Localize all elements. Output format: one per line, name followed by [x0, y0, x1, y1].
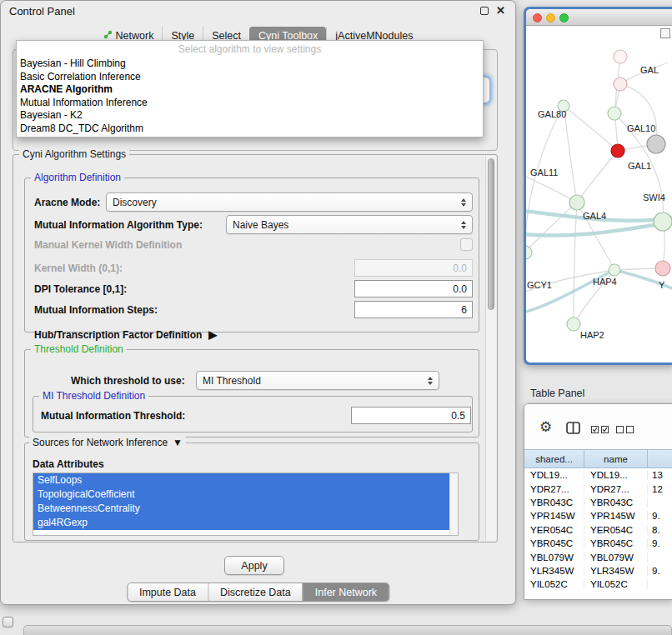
network-node[interactable] [654, 212, 672, 231]
kernel-width-field: 0.0 [354, 259, 473, 277]
cell: YER054C [524, 525, 584, 535]
node-label: GAL1 [628, 161, 651, 171]
tab-impute-data[interactable]: Impute Data [128, 583, 208, 601]
column-header[interactable]: name [584, 450, 648, 468]
cell: 8. [648, 525, 672, 535]
menu-item[interactable]: Mutual Information Inference [17, 97, 483, 110]
table-panel-window: ⚙ shared... name YDL19... YDL19... 13 [524, 403, 672, 600]
list-item[interactable]: TopologicalCoefficient [33, 488, 449, 502]
data-attributes-list: SelfLoops TopologicalCoefficient Between… [33, 472, 459, 536]
node-label: GAL [640, 65, 659, 75]
list-scrollbar[interactable] [449, 473, 458, 535]
cell: YBL079W [584, 552, 648, 562]
network-node[interactable] [655, 261, 670, 276]
menu-item[interactable]: Dream8 DC_TDC Algorithm [17, 122, 483, 136]
columns-icon[interactable] [566, 422, 580, 437]
table-row[interactable]: YIL052C YIL052C [524, 578, 672, 591]
group-title: MI Threshold Definition [39, 390, 148, 402]
table-row[interactable]: YBR043C YBR043C [524, 496, 672, 509]
tab-infer-network[interactable]: Infer Network [303, 583, 389, 601]
cell: YER054C [584, 525, 648, 535]
table-row[interactable]: YDL19... YDL19... 13 [524, 468, 672, 482]
bottom-tabbar: Impute Data Discretize Data Infer Networ… [127, 582, 389, 602]
sources-title-label: Sources for Network Inference [33, 437, 168, 448]
list-item[interactable]: SelfLoops [33, 473, 449, 488]
combobox-value: MI Threshold [203, 375, 261, 387]
table-row[interactable]: YER054C YER054C 8. [524, 523, 672, 537]
network-graph[interactable]: GAL GAL80 GAL10 GAL11 GAL1 SWI4 GAL4 GCY… [526, 26, 672, 362]
cell: YDL19... [584, 470, 648, 480]
network-node[interactable] [569, 195, 584, 210]
tab-discretize-data[interactable]: Discretize Data [208, 583, 303, 601]
collapsed-window-icon[interactable] [3, 617, 13, 628]
dpi-tolerance-field[interactable]: 0.0 [354, 280, 473, 298]
which-threshold-combobox[interactable]: MI Threshold [196, 371, 439, 390]
apply-button[interactable]: Apply [224, 556, 284, 575]
network-node-selected[interactable] [611, 144, 624, 158]
network-node[interactable] [647, 135, 665, 153]
network-node[interactable] [608, 107, 621, 120]
cell: YDR27... [524, 484, 584, 494]
combobox-arrows-icon [456, 198, 466, 207]
cell: 9. [648, 538, 672, 548]
cell: YDL19... [524, 470, 584, 480]
table-row[interactable]: YDR27... YDR27... 12 [524, 482, 672, 495]
cell: 13 [648, 470, 672, 480]
control-panel-window: Control Panel ✕ Network Style Select Cyn… [0, 0, 516, 605]
list-item[interactable]: BetweennessCentrality [33, 502, 449, 516]
cell: YBR045C [584, 538, 648, 548]
close-traffic-icon[interactable] [533, 13, 542, 22]
zoom-traffic-icon[interactable] [559, 13, 569, 22]
column-header[interactable] [648, 450, 672, 468]
network-node[interactable] [614, 78, 627, 91]
sources-section-toggle[interactable]: Sources for Network Inference ▼ [29, 437, 186, 448]
table-row[interactable]: YPR145W YPR145W 9. [524, 509, 672, 522]
network-node[interactable] [567, 318, 580, 331]
field-value: 0.0 [453, 283, 467, 295]
menu-item[interactable]: Basic Correlation Inference [17, 71, 483, 84]
cell: 9. [648, 511, 672, 521]
manual-kernel-label: Manual Kernel Width Definition [34, 239, 182, 251]
gear-icon[interactable]: ⚙ [539, 418, 552, 436]
which-threshold-label: Which threshold to use: [71, 375, 185, 387]
group-title: Algorithm Definition [31, 172, 124, 183]
background-window-edge[interactable] [23, 625, 672, 635]
node-label: SWI4 [643, 192, 665, 202]
cell: YBL079W [524, 552, 584, 562]
aracne-mode-combobox[interactable]: Discovery [106, 192, 473, 212]
table-row[interactable]: YBR045C YBR045C 9. [524, 537, 672, 550]
mi-type-combobox[interactable]: Naive Bayes [226, 215, 473, 234]
network-node[interactable] [614, 50, 627, 63]
mi-threshold-field[interactable]: 0.5 [351, 407, 471, 424]
hub-section-toggle[interactable]: Hub/Transcription Factor Definition ▶ [34, 328, 217, 341]
table-toolbar: ⚙ [524, 404, 672, 449]
settings-scrollbar[interactable] [485, 156, 496, 541]
cell: YLR345W [584, 566, 648, 576]
network-node[interactable] [526, 246, 532, 259]
overview-toggle-icon[interactable] [660, 28, 670, 38]
cell: YIL052C [524, 579, 584, 589]
network-canvas[interactable]: GAL GAL80 GAL10 GAL11 GAL1 SWI4 GAL4 GCY… [526, 26, 672, 362]
table-row[interactable]: YLR345W YLR345W 9. [524, 564, 672, 578]
manual-kernel-checkbox [460, 238, 473, 251]
deselect-all-icon[interactable] [616, 424, 634, 436]
table-panel-title: Table Panel [530, 388, 584, 399]
cell: YIL052C [584, 579, 648, 589]
scrollbar-thumb[interactable] [488, 158, 494, 310]
select-all-icon[interactable] [591, 424, 609, 436]
cell: YLR345W [524, 566, 584, 576]
menu-item-selected[interactable]: ARACNE Algorithm [17, 83, 483, 97]
group-title: Cyni Algorithm Settings [19, 148, 129, 160]
menu-item[interactable]: Bayesian - Hill Climbing [17, 58, 483, 71]
network-node[interactable] [609, 264, 620, 276]
mi-steps-field[interactable]: 6 [354, 301, 473, 318]
menu-item[interactable]: Bayesian - K2 [17, 109, 483, 122]
minimize-traffic-icon[interactable] [546, 13, 555, 22]
float-window-icon[interactable] [480, 7, 489, 15]
close-icon[interactable]: ✕ [496, 4, 505, 17]
algorithm-dropdown-menu: Select algorithm to view settings Bayesi… [16, 40, 484, 138]
cell: YPR145W [584, 511, 648, 521]
list-item[interactable]: gal4RGexp [33, 516, 449, 530]
column-header[interactable]: shared... [524, 450, 584, 468]
table-row[interactable]: YBL079W YBL079W [524, 550, 672, 563]
